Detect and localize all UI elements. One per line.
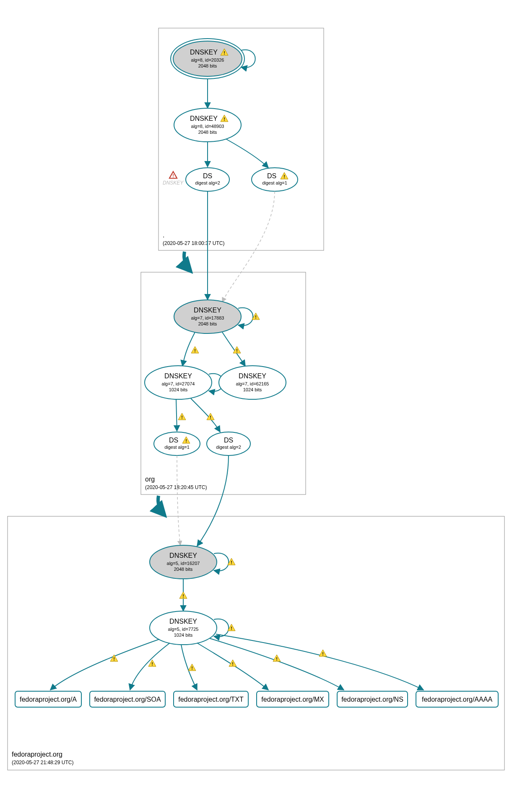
node-record-a: fedoraproject.org/A	[15, 691, 81, 707]
node-root-ds2: DS digest alg=1	[252, 168, 298, 191]
node-org-ds1: DS digest alg=1	[154, 432, 200, 455]
svg-text:DNSKEY: DNSKEY	[169, 618, 197, 625]
svg-text:fedoraproject.org/MX: fedoraproject.org/MX	[261, 696, 324, 703]
svg-text:2048 bits: 2048 bits	[198, 130, 217, 135]
svg-text:fedoraproject.org/TXT: fedoraproject.org/TXT	[178, 696, 244, 703]
svg-text:fedoraproject.org/AAAA: fedoraproject.org/AAAA	[422, 696, 492, 703]
warning-icon	[319, 650, 327, 656]
edge-fed-zsk-to-aaaa	[216, 634, 424, 690]
edge-org-ds2-to-fed-ksk	[197, 455, 229, 546]
svg-text:2048 bits: 2048 bits	[174, 567, 193, 572]
svg-text:DNSKEY: DNSKEY	[169, 552, 197, 559]
edge-org-ksk-to-zsk2	[222, 332, 245, 366]
node-fed-zsk: DNSKEY alg=5, id=7725 1024 bits	[150, 611, 217, 645]
warning-icon	[178, 413, 186, 420]
svg-text:digest alg=2: digest alg=2	[216, 445, 241, 450]
svg-point-33	[207, 432, 250, 455]
zone-label-root: .	[163, 232, 164, 239]
svg-text:DNSKEY: DNSKEY	[190, 115, 218, 122]
warning-icon	[110, 655, 118, 661]
warning-icon	[273, 655, 281, 661]
svg-text:fedoraproject.org/SOA: fedoraproject.org/SOA	[94, 696, 161, 703]
edge-root-ksk-self	[241, 50, 255, 68]
svg-text:alg=7, id=17883: alg=7, id=17883	[191, 315, 224, 320]
zone-ts-fedora: (2020-05-27 21:48:29 UTC)	[12, 760, 73, 765]
edge-root-ds2-to-org-ksk	[222, 191, 275, 302]
warning-icon	[191, 346, 199, 353]
node-root-zsk: DNSKEY alg=8, id=48903 2048 bits	[174, 108, 241, 142]
node-record-aaaa: fedoraproject.org/AAAA	[416, 691, 498, 707]
edge-fed-zsk-to-txt	[181, 645, 197, 690]
error-icon	[169, 172, 177, 178]
svg-text:fedoraproject.org/A: fedoraproject.org/A	[20, 696, 77, 703]
svg-point-30	[154, 432, 200, 455]
svg-text:DNSKEY: DNSKEY	[163, 180, 184, 186]
svg-text:digest alg=2: digest alg=2	[195, 180, 220, 185]
svg-text:1024 bits: 1024 bits	[174, 632, 193, 638]
edge-org-ksk-to-zsk1	[182, 332, 195, 366]
svg-text:DS: DS	[203, 172, 212, 180]
svg-text:digest alg=1: digest alg=1	[262, 180, 287, 185]
edge-fed-zsk-to-a	[50, 639, 159, 690]
warning-icon	[188, 664, 196, 671]
node-record-txt: fedoraproject.org/TXT	[174, 691, 248, 707]
svg-text:alg=7, id=27074: alg=7, id=27074	[162, 381, 195, 386]
svg-text:2048 bits: 2048 bits	[198, 63, 217, 68]
svg-text:1024 bits: 1024 bits	[169, 387, 188, 392]
zone-ts-org: (2020-05-27 18:20:45 UTC)	[145, 484, 207, 490]
svg-text:DNSKEY: DNSKEY	[239, 372, 266, 380]
zone-box-fedora	[8, 516, 504, 770]
edge-org-ds1-to-fed-ksk	[177, 455, 180, 545]
ghost-dnskey: DNSKEY	[163, 172, 184, 186]
svg-text:DS: DS	[224, 437, 233, 444]
svg-text:DS: DS	[267, 172, 276, 180]
svg-text:DNSKEY: DNSKEY	[164, 372, 192, 380]
node-record-ns: fedoraproject.org/NS	[337, 691, 408, 707]
edge-zone-org-to-fedora	[158, 496, 165, 515]
node-org-zsk1: DNSKEY alg=7, id=27074 1024 bits	[145, 366, 212, 399]
zone-label-org: org	[145, 476, 155, 483]
svg-text:alg=5, id=7725: alg=5, id=7725	[168, 627, 199, 632]
svg-point-14	[252, 168, 298, 191]
node-fed-ksk: DNSKEY alg=5, id=16207 2048 bits	[150, 545, 217, 579]
svg-text:alg=7, id=62165: alg=7, id=62165	[236, 381, 269, 386]
edge-zone-root-to-org	[184, 252, 191, 271]
svg-text:fedoraproject.org/NS: fedoraproject.org/NS	[341, 696, 403, 703]
svg-text:DS: DS	[169, 437, 178, 444]
edge-fed-zsk-to-ns	[210, 638, 344, 690]
svg-text:digest alg=1: digest alg=1	[164, 445, 190, 450]
svg-text:DNSKEY: DNSKEY	[190, 49, 218, 56]
warning-icon	[179, 592, 187, 599]
zone-label-fedora: fedoraproject.org	[12, 751, 62, 758]
edge-org-zsk1-to-ds2	[191, 398, 220, 432]
node-org-ksk: DNSKEY alg=7, id=17883 2048 bits	[174, 300, 241, 333]
svg-text:alg=8, id=20326: alg=8, id=20326	[191, 57, 224, 62]
node-root-ksk: DNSKEY alg=8, id=20326 2048 bits	[171, 39, 244, 79]
svg-text:2048 bits: 2048 bits	[198, 321, 217, 326]
node-root-ds1: DS digest alg=2	[186, 168, 229, 191]
svg-text:DNSKEY: DNSKEY	[194, 307, 221, 314]
node-record-soa: fedoraproject.org/SOA	[90, 691, 165, 707]
node-record-mx: fedoraproject.org/MX	[257, 691, 329, 707]
svg-text:alg=5, id=16207: alg=5, id=16207	[167, 561, 200, 566]
svg-text:1024 bits: 1024 bits	[243, 387, 262, 392]
svg-text:alg=8, id=48903: alg=8, id=48903	[191, 124, 224, 129]
edge-org-zsk1-to-ds1	[176, 399, 177, 431]
svg-point-11	[186, 168, 229, 191]
node-org-ds2: DS digest alg=2	[207, 432, 250, 455]
edge-root-zsk-to-ds2	[226, 139, 268, 168]
zone-ts-root: (2020-05-27 18:00:37 UTC)	[163, 240, 224, 246]
node-org-zsk2: DNSKEY alg=7, id=62165 1024 bits	[219, 366, 286, 399]
